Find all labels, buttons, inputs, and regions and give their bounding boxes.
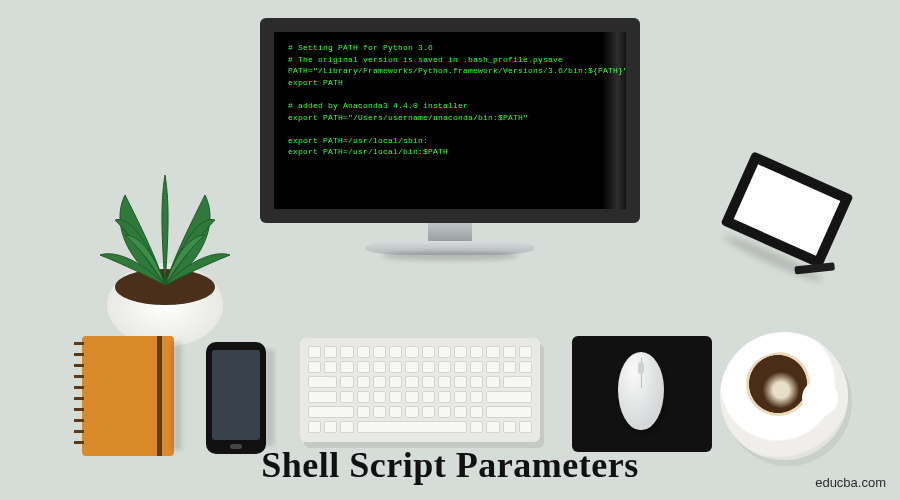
plant-icon <box>70 155 260 350</box>
page-title: Shell Script Parameters <box>0 444 900 486</box>
smartphone-icon <box>206 342 266 454</box>
photo-frame-icon <box>720 151 853 269</box>
monitor-screen: # Setting PATH for Python 3.6 # The orig… <box>260 18 640 223</box>
hero-illustration: # Setting PATH for Python 3.6 # The orig… <box>0 0 900 500</box>
notebook-icon <box>82 336 174 456</box>
mouse-icon <box>618 352 664 430</box>
monitor: # Setting PATH for Python 3.6 # The orig… <box>260 18 640 255</box>
watermark: educba.com <box>815 475 886 490</box>
monitor-stand-base <box>365 241 535 255</box>
keyboard-icon <box>300 338 540 442</box>
terminal-text: # Setting PATH for Python 3.6 # The orig… <box>274 32 626 168</box>
monitor-stand-neck <box>428 223 472 241</box>
coffee-foam-icon <box>762 372 800 408</box>
